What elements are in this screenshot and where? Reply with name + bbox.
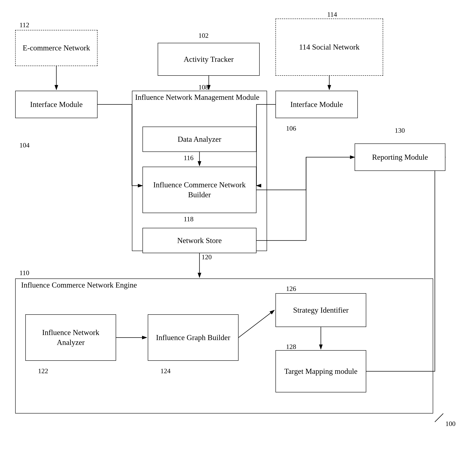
ecommerce-network-label: E-commerce Network xyxy=(23,43,90,53)
network-store-label: Network Store xyxy=(177,236,222,246)
ref-120-label: 120 xyxy=(202,253,212,261)
influence-network-analyzer-label: Influence Network Analyzer xyxy=(28,328,114,348)
ref-112-label: 112 xyxy=(19,21,29,29)
influence-graph-builder-box: Influence Graph Builder xyxy=(148,314,238,361)
strategy-identifier-label: Strategy Identifier xyxy=(293,305,349,315)
influence-network-analyzer-box: Influence Network Analyzer xyxy=(25,314,116,361)
interface-module-right-label: Interface Module xyxy=(291,99,343,109)
strategy-identifier-box: Strategy Identifier xyxy=(276,293,366,327)
ref-108-label: 108 xyxy=(199,83,208,91)
svg-line-11 xyxy=(435,414,443,422)
ref-104-label: 104 xyxy=(19,141,30,149)
social-network-box: 114 Social Network xyxy=(276,19,383,76)
reporting-module-label: Reporting Module xyxy=(372,152,428,162)
activity-tracker-box: Activity Tracker xyxy=(158,43,260,76)
influence-commerce-network-builder-box: Influence Commerce Network Builder xyxy=(142,167,256,213)
interface-module-right-box: Interface Module xyxy=(276,91,358,118)
data-analyzer-box: Data Analyzer xyxy=(142,127,256,152)
ecommerce-network-box: E-commerce Network xyxy=(15,30,98,66)
ref-130-label: 130 xyxy=(395,127,405,134)
ref-114-label: 114 xyxy=(327,11,337,18)
ref-102-label: 102 xyxy=(199,32,208,39)
influence-graph-builder-label: Influence Graph Builder xyxy=(156,333,230,343)
ref-110-label: 110 xyxy=(19,269,29,277)
social-network-label: 114 Social Network xyxy=(299,42,360,52)
target-mapping-module-box: Target Mapping module xyxy=(276,350,366,392)
activity-tracker-label: Activity Tracker xyxy=(184,54,234,64)
reporting-module-box: Reporting Module xyxy=(355,144,445,171)
influence-commerce-network-builder-label: Influence Commerce Network Builder xyxy=(145,180,254,200)
target-mapping-module-label: Target Mapping module xyxy=(284,366,358,376)
diagram-container: 112 102 114 104 106 108 116 118 120 110 … xyxy=(0,0,476,454)
interface-module-left-label: Interface Module xyxy=(30,99,83,109)
network-store-box: Network Store xyxy=(142,228,256,253)
interface-module-left-box: Interface Module xyxy=(15,91,98,118)
influence-commerce-engine-outer-label: Influence Commerce Network Engine xyxy=(21,280,137,289)
ref-106-label: 106 xyxy=(286,124,296,132)
influence-network-mgmt-outer-label: Influence Network Management Module xyxy=(135,93,259,102)
ref-100-label: 100 xyxy=(445,420,455,428)
data-analyzer-label: Data Analyzer xyxy=(178,134,222,144)
